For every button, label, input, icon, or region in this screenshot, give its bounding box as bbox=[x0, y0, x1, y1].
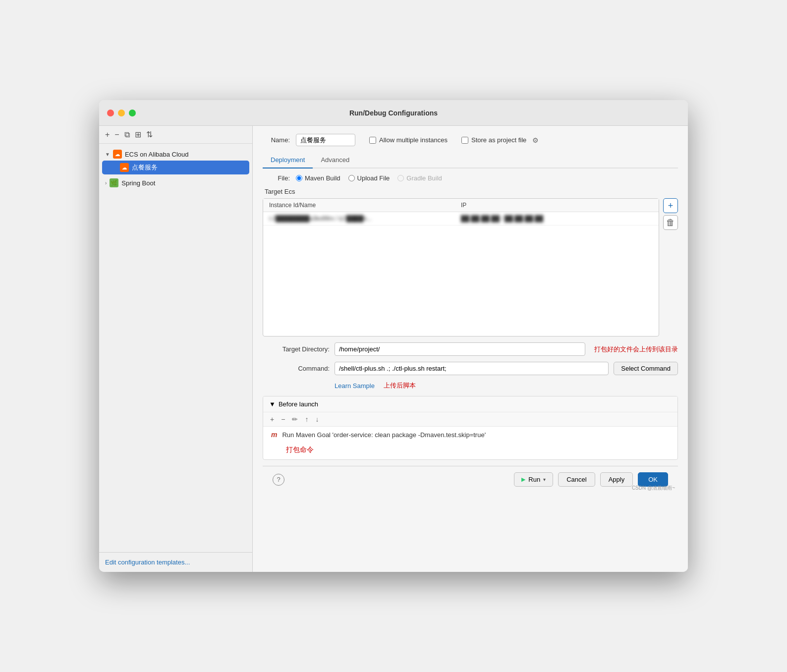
upload-radio[interactable] bbox=[348, 175, 355, 181]
gradle-radio-option[interactable]: Gradle Build bbox=[397, 174, 442, 182]
before-launch-chevron-icon: ▼ bbox=[269, 400, 276, 408]
before-launch-up-button[interactable]: ↑ bbox=[304, 414, 309, 424]
name-label: Name: bbox=[263, 136, 290, 144]
target-directory-comment: 打包好的文件会上传到该目录 bbox=[594, 345, 678, 354]
file-label: File: bbox=[263, 174, 290, 182]
settings-gear-icon[interactable]: ⚙ bbox=[532, 136, 539, 144]
before-launch-remove-button[interactable]: − bbox=[280, 414, 286, 424]
target-directory-input[interactable] bbox=[335, 342, 585, 356]
allow-multiple-group: Allow multiple instances bbox=[369, 136, 448, 144]
ecs-group-icon: ☁ bbox=[113, 150, 122, 159]
spring-group: › 🌿 Spring Boot bbox=[99, 176, 252, 189]
target-directory-row: Target Directory: 打包好的文件会上传到该目录 bbox=[263, 342, 678, 356]
minimize-button[interactable] bbox=[118, 110, 125, 116]
name-input[interactable] bbox=[296, 134, 355, 146]
allow-multiple-checkbox[interactable] bbox=[369, 137, 376, 144]
window-controls bbox=[107, 110, 136, 116]
command-input[interactable] bbox=[335, 362, 609, 375]
before-launch-label: Before launch bbox=[279, 400, 318, 408]
instance-id-cell: i-2████████a3ko99rx / iz2████b... bbox=[269, 215, 461, 222]
watermark: CSDN @清晨细雨~ bbox=[629, 484, 678, 493]
group-config-icon[interactable]: ⊞ bbox=[135, 130, 141, 139]
learn-sample-link[interactable]: Learn Sample bbox=[335, 382, 375, 390]
before-launch-edit-button[interactable]: ✏ bbox=[291, 414, 299, 424]
maximize-button[interactable] bbox=[129, 110, 136, 116]
sidebar: + − ⧉ ⊞ ⇅ ▼ ☁ ECS on Alibaba Cloud ☁ 点餐服… bbox=[99, 126, 253, 572]
remove-config-icon[interactable]: − bbox=[114, 130, 119, 139]
titlebar: Run/Debug Configurations bbox=[99, 100, 688, 126]
upload-radio-label: Upload File bbox=[357, 174, 390, 182]
window-title: Run/Debug Configurations bbox=[349, 109, 438, 117]
cancel-button[interactable]: Cancel bbox=[558, 472, 595, 487]
store-as-project-group: Store as project file bbox=[461, 136, 526, 144]
store-as-project-label: Store as project file bbox=[471, 136, 526, 144]
file-row: File: Maven Build Upload File Gradle Bui… bbox=[263, 174, 678, 182]
bottom-bar-wrapper: ? ▶ Run ▾ Cancel Apply OK CSDN @清晨细雨~ bbox=[263, 466, 678, 493]
table-header: Instance Id/Name IP bbox=[263, 199, 659, 212]
add-ecs-button[interactable]: + bbox=[663, 198, 678, 213]
run-play-icon: ▶ bbox=[521, 476, 525, 483]
before-launch-header[interactable]: ▼ Before launch bbox=[263, 396, 677, 412]
table-row[interactable]: i-2████████a3ko99rx / iz2████b... ██.██.… bbox=[263, 212, 659, 225]
tabs: Deployment Advanced bbox=[263, 152, 678, 168]
ecs-group-header[interactable]: ▼ ☁ ECS on Alibaba Cloud bbox=[99, 148, 252, 161]
before-launch-toolbar: + − ✏ ↑ ↓ bbox=[263, 412, 677, 427]
target-ecs-label: Target Ecs bbox=[263, 188, 678, 195]
add-config-icon[interactable]: + bbox=[105, 130, 110, 139]
bottom-bar: ? ▶ Run ▾ Cancel Apply OK bbox=[263, 466, 678, 493]
ecs-chevron-icon: ▼ bbox=[105, 152, 110, 157]
maven-radio-option[interactable]: Maven Build bbox=[296, 174, 340, 182]
sort-config-icon[interactable]: ⇅ bbox=[146, 130, 153, 139]
learn-sample-row: Learn Sample 上传后脚本 bbox=[263, 381, 678, 390]
sidebar-item-diner-service[interactable]: ☁ 点餐服务 bbox=[102, 161, 249, 174]
ip-cell: ██.██.██.██ / ██.██.██.██ bbox=[461, 215, 653, 222]
help-button[interactable]: ? bbox=[273, 474, 284, 486]
upload-radio-option[interactable]: Upload File bbox=[348, 174, 390, 182]
allow-multiple-label: Allow multiple instances bbox=[379, 136, 448, 144]
run-button[interactable]: ▶ Run ▾ bbox=[514, 472, 553, 487]
target-ecs-section: Target Ecs Instance Id/Name IP i-2██████… bbox=[263, 188, 678, 336]
run-chevron-icon: ▾ bbox=[543, 477, 546, 482]
select-command-button[interactable]: Select Command bbox=[614, 362, 678, 375]
sidebar-tree: ▼ ☁ ECS on Alibaba Cloud ☁ 点餐服务 › 🌿 Spri… bbox=[99, 144, 252, 552]
right-panel: Name: Allow multiple instances Store as … bbox=[253, 126, 688, 572]
col-instance-id: Instance Id/Name bbox=[269, 202, 461, 209]
target-directory-label: Target Directory: bbox=[263, 345, 330, 353]
table-body: i-2████████a3ko99rx / iz2████b... ██.██.… bbox=[263, 212, 659, 336]
before-launch-section: ▼ Before launch + − ✏ ↑ ↓ m Run Maven Go… bbox=[263, 396, 678, 460]
command-label: Command: bbox=[263, 365, 330, 372]
sidebar-toolbar: + − ⧉ ⊞ ⇅ bbox=[99, 126, 252, 144]
maven-radio-label: Maven Build bbox=[305, 174, 340, 182]
gradle-radio-label: Gradle Build bbox=[406, 174, 442, 182]
copy-config-icon[interactable]: ⧉ bbox=[124, 130, 130, 139]
store-as-project-checkbox[interactable] bbox=[461, 137, 468, 144]
file-radio-group: Maven Build Upload File Gradle Build bbox=[296, 174, 442, 182]
tab-deployment[interactable]: Deployment bbox=[263, 152, 313, 168]
target-ecs-table-area: Instance Id/Name IP i-2████████a3ko99rx … bbox=[263, 198, 678, 336]
spring-chevron-icon: › bbox=[105, 180, 107, 186]
gradle-radio[interactable] bbox=[397, 175, 404, 181]
name-row: Name: Allow multiple instances Store as … bbox=[263, 134, 678, 146]
spring-group-label: Spring Boot bbox=[121, 179, 155, 187]
tab-advanced[interactable]: Advanced bbox=[313, 152, 357, 168]
ecs-group: ▼ ☁ ECS on Alibaba Cloud ☁ 点餐服务 bbox=[99, 148, 252, 174]
table-actions: + 🗑 bbox=[663, 198, 678, 230]
maven-icon: m bbox=[271, 431, 277, 439]
apply-button[interactable]: Apply bbox=[600, 472, 633, 487]
edit-templates-link[interactable]: Edit configuration templates... bbox=[105, 559, 190, 566]
maven-radio[interactable] bbox=[296, 175, 302, 181]
col-ip: IP bbox=[461, 202, 653, 209]
main-window: Run/Debug Configurations + − ⧉ ⊞ ⇅ ▼ ☁ E… bbox=[99, 100, 688, 572]
target-ecs-table: Instance Id/Name IP i-2████████a3ko99rx … bbox=[263, 198, 659, 336]
remove-ecs-button[interactable]: 🗑 bbox=[663, 215, 678, 230]
before-launch-comment: 打包命令 bbox=[263, 443, 677, 459]
spring-group-icon: 🌿 bbox=[110, 178, 118, 187]
before-launch-item[interactable]: m Run Maven Goal 'order-service: clean p… bbox=[263, 427, 677, 443]
spring-group-header[interactable]: › 🌿 Spring Boot bbox=[99, 176, 252, 189]
diner-service-icon: ☁ bbox=[120, 163, 129, 172]
sidebar-bottom: Edit configuration templates... bbox=[99, 552, 252, 572]
diner-service-label: 点餐服务 bbox=[132, 163, 158, 172]
before-launch-down-button[interactable]: ↓ bbox=[314, 414, 320, 424]
close-button[interactable] bbox=[107, 110, 114, 116]
before-launch-add-button[interactable]: + bbox=[269, 414, 275, 424]
